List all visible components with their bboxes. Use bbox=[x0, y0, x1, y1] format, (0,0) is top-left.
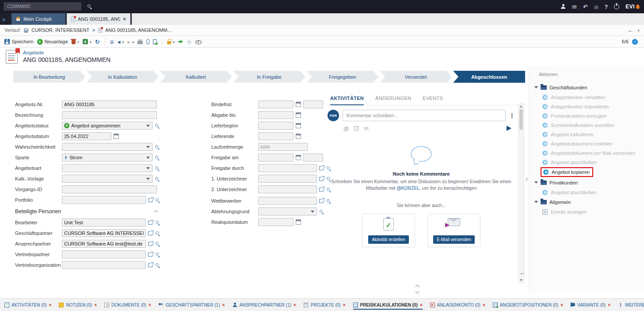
bottom-tab-weitere-bereiche[interactable]: WEITERE BEREICHE bbox=[618, 299, 644, 311]
search-icon[interactable] bbox=[155, 155, 160, 160]
calendar-icon[interactable] bbox=[296, 112, 301, 118]
expand-panel-icon[interactable] bbox=[2, 16, 5, 23]
watch-button[interactable] bbox=[195, 39, 202, 44]
open-record-icon[interactable] bbox=[319, 188, 324, 192]
bottom-tab-ansprechpartner[interactable]: ANSPRECHPARTNER (1) bbox=[232, 299, 296, 311]
bottom-tab-preiskalkulationen[interactable]: PREISKALKULATIONEN (0) bbox=[353, 299, 423, 311]
favorite-button[interactable] bbox=[187, 39, 192, 45]
activity-scrollbar[interactable] bbox=[518, 104, 524, 283]
mention-link[interactable]: @KÜRZEL bbox=[396, 185, 419, 191]
bottom-tab-aktivitaeten[interactable]: AKTIVITÄTEN (0) bbox=[4, 299, 51, 311]
create-activity-card[interactable]: Aktivität erstellen bbox=[362, 214, 415, 247]
command-input[interactable] bbox=[4, 2, 81, 11]
workflow-step-abgeschlossen[interactable]: Abgeschlossen bbox=[453, 71, 525, 83]
open-record-icon[interactable] bbox=[148, 221, 152, 225]
search-icon[interactable] bbox=[155, 166, 160, 171]
chevron-down-icon[interactable] bbox=[122, 39, 124, 44]
vorgangs-id-input[interactable] bbox=[62, 185, 157, 193]
close-tab-icon[interactable] bbox=[608, 303, 610, 307]
calendar-icon[interactable] bbox=[296, 123, 301, 128]
task-icon[interactable] bbox=[354, 126, 358, 131]
close-tab-icon[interactable] bbox=[560, 303, 563, 307]
workflow-step-kalkuliert[interactable]: Kalkuliert bbox=[160, 71, 232, 83]
unterzeichner-2-input[interactable] bbox=[258, 185, 317, 193]
ablehnungsgrund-combo[interactable] bbox=[258, 207, 317, 215]
lieferbeginn-input[interactable] bbox=[258, 122, 293, 130]
lock-button[interactable] bbox=[167, 39, 175, 44]
search-icon[interactable] bbox=[155, 231, 160, 236]
actions-panel-collapse-icon[interactable] bbox=[524, 177, 528, 182]
bindefrist-time-input[interactable] bbox=[303, 100, 323, 108]
open-record-icon[interactable] bbox=[148, 231, 152, 235]
search-icon[interactable] bbox=[155, 263, 160, 268]
close-tab-icon[interactable] bbox=[483, 303, 485, 307]
angebots-nr-input[interactable]: ANG 0001185 bbox=[62, 100, 157, 108]
prev-record-button[interactable] bbox=[117, 39, 124, 44]
bell-icon[interactable] bbox=[594, 5, 598, 9]
close-tab-icon[interactable] bbox=[149, 303, 151, 307]
group-privatkunden[interactable]: Privatkunden bbox=[534, 177, 644, 188]
new-button[interactable]: Neuanlage bbox=[37, 39, 68, 45]
calendar-icon[interactable] bbox=[296, 219, 301, 225]
bearbeiter-input[interactable]: Unit Test bbox=[62, 219, 146, 227]
search-icon[interactable] bbox=[319, 209, 324, 214]
menu-button[interactable] bbox=[110, 38, 114, 45]
mail-icon[interactable] bbox=[364, 125, 369, 132]
attachment-button[interactable] bbox=[146, 39, 149, 44]
calendar-icon[interactable] bbox=[296, 134, 301, 139]
scrollbar-thumb[interactable] bbox=[519, 109, 523, 130]
wahrscheinlichkeit-combo[interactable] bbox=[62, 143, 152, 151]
scroll-down-icon[interactable] bbox=[520, 279, 522, 281]
workflow-step-in-bearbeitung[interactable]: In Bearbeitung bbox=[13, 71, 85, 83]
reakquisedatum-input[interactable] bbox=[258, 218, 293, 226]
angebotsart-combo[interactable] bbox=[62, 164, 152, 172]
workflow-step-freigegeben[interactable]: Freigegeben bbox=[306, 71, 378, 83]
tab-aktivitaeten[interactable]: AKTIVITÄTEN bbox=[330, 96, 364, 101]
collapse-down-icon[interactable] bbox=[415, 289, 420, 294]
tab-aenderungen[interactable]: ÄNDERUNGEN bbox=[375, 96, 411, 101]
chevron-down-icon[interactable] bbox=[173, 39, 175, 44]
calendar-icon[interactable] bbox=[296, 155, 301, 160]
mail-icon[interactable] bbox=[572, 3, 577, 10]
bottom-tab-dokumente[interactable]: DOKUMENTE (0) bbox=[104, 299, 151, 311]
chevron-down-icon[interactable] bbox=[637, 28, 640, 33]
portfolio-input[interactable] bbox=[62, 196, 146, 204]
workflow-step-in-kalkulation[interactable]: In Kalkulation bbox=[87, 71, 159, 83]
open-record-icon[interactable] bbox=[319, 199, 324, 203]
sparte-combo[interactable]: Strom bbox=[62, 154, 152, 161]
search-icon[interactable] bbox=[155, 177, 160, 181]
open-record-icon[interactable] bbox=[319, 177, 324, 181]
search-icon[interactable] bbox=[155, 220, 160, 225]
search-icon[interactable] bbox=[155, 145, 160, 150]
chevron-down-icon[interactable] bbox=[90, 39, 91, 44]
workflow-step-versendet[interactable]: Versendet bbox=[380, 71, 452, 83]
group-geschaeftskunden[interactable]: Geschäftskunden bbox=[534, 82, 644, 92]
workflow-step-in-freigabe[interactable]: In Freigabe bbox=[233, 71, 305, 83]
angebotsdatum-input[interactable]: 25.04.2022 bbox=[62, 132, 111, 140]
open-record-icon[interactable] bbox=[148, 198, 152, 202]
print-button[interactable] bbox=[137, 39, 143, 44]
chevron-down-icon[interactable] bbox=[311, 211, 315, 213]
tab-angebot[interactable]: ANG 0001185, ANGE... bbox=[67, 13, 130, 25]
collapse-section-icon[interactable] bbox=[154, 210, 158, 215]
search-icon[interactable] bbox=[155, 198, 160, 203]
comment-input[interactable] bbox=[343, 110, 506, 121]
create-activity-button[interactable]: Aktivität erstellen bbox=[368, 235, 409, 244]
checkin-button[interactable] bbox=[178, 39, 183, 44]
command-search-button[interactable] bbox=[84, 2, 95, 11]
chevron-down-icon[interactable] bbox=[146, 178, 150, 180]
freigabe-am-time-input[interactable] bbox=[303, 154, 323, 161]
close-tab-icon[interactable] bbox=[94, 303, 97, 307]
close-tab-icon[interactable] bbox=[420, 303, 423, 307]
bindefrist-date-input[interactable] bbox=[258, 100, 293, 108]
open-record-icon[interactable] bbox=[148, 253, 152, 257]
geschaeftspartner-input[interactable]: CURSOR Software AG INTERESSENT bbox=[62, 229, 146, 237]
vertriebsorganisation-input[interactable] bbox=[62, 261, 146, 269]
breadcrumb-record[interactable]: ANG 0001185, ANGENOMM... bbox=[105, 27, 171, 33]
close-tab-icon[interactable] bbox=[293, 303, 296, 307]
bottom-tab-variante[interactable]: VARIANTE (0) bbox=[571, 299, 610, 311]
abgabe-bis-input[interactable] bbox=[258, 111, 293, 119]
search-icon[interactable] bbox=[155, 252, 160, 257]
export-button[interactable] bbox=[83, 39, 91, 44]
section-beteiligte-personen[interactable]: Beteiligte Personen bbox=[15, 208, 157, 215]
